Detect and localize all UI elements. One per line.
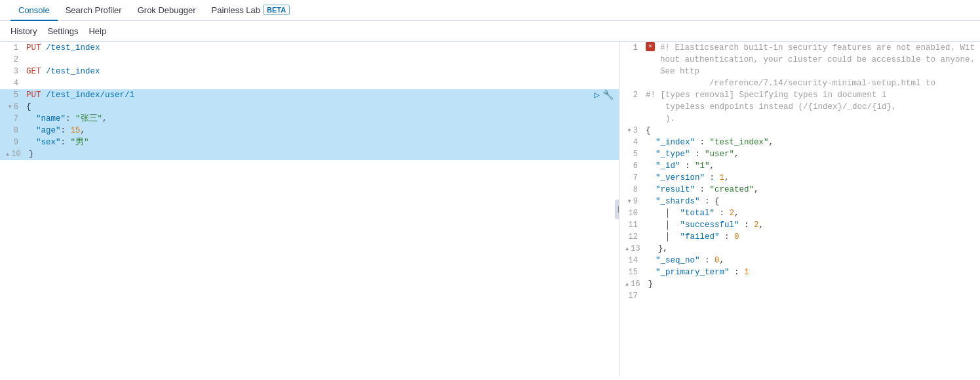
top-nav: Console Search Profiler Grok Debugger Pa…	[0, 0, 980, 21]
editor-line-5: 5 PUT /test_index/user/1 ▷ 🔧	[0, 89, 619, 101]
run-icon[interactable]: ▷	[595, 89, 600, 101]
editor-line-9: 9 "sex": "男"	[0, 137, 619, 148]
help-button[interactable]: Help	[88, 26, 106, 36]
tab-search-profiler[interactable]: Search Profiler	[58, 0, 130, 21]
output-line-7: 7 "_version" : 1,	[619, 172, 980, 184]
editor-line-6: ▾6 {	[0, 101, 619, 113]
output-line-16: ▴16 }	[619, 278, 980, 290]
tab-grok-debugger[interactable]: Grok Debugger	[130, 0, 204, 21]
tab-console[interactable]: Console	[10, 0, 58, 21]
editor-line-3: 3 GET /test_index	[0, 66, 619, 77]
output-line-11: 11 │ "successful" : 2,	[619, 219, 980, 231]
main-area: 1 PUT /test_index 2 3 GET /test_index 4 …	[0, 42, 980, 376]
output-line-17: 17	[619, 290, 980, 302]
warning-icon: ✕	[646, 42, 655, 51]
editor-content[interactable]: 1 PUT /test_index 2 3 GET /test_index 4 …	[0, 42, 619, 376]
output-line-4: 4 "_index" : "test_index",	[619, 137, 980, 148]
tab-painless-lab[interactable]: Painless Lab BETA	[204, 0, 298, 21]
editor-line-1: 1 PUT /test_index	[0, 42, 619, 54]
output-line-3: ▾3 {	[619, 125, 980, 137]
output-line-2: 2 #! [types removal] Specifying types in…	[619, 89, 980, 125]
panel-divider[interactable]: ‖	[615, 200, 619, 219]
editor-panel: 1 PUT /test_index 2 3 GET /test_index 4 …	[0, 42, 619, 376]
output-line-15: 15 "_primary_term" : 1	[619, 266, 980, 278]
output-line-8: 8 "result" : "created",	[619, 184, 980, 196]
settings-button[interactable]: Settings	[47, 26, 78, 36]
editor-line-4: 4	[0, 77, 619, 89]
output-line-1: 1 ✕ #! Elasticsearch built-in security f…	[619, 42, 980, 89]
line-actions: ▷ 🔧	[595, 89, 619, 101]
wrench-icon[interactable]: 🔧	[602, 89, 614, 101]
output-line-14: 14 "_seq_no" : 0,	[619, 255, 980, 266]
history-button[interactable]: History	[10, 26, 37, 36]
output-line-12: 12 │ "failed" : 0	[619, 231, 980, 243]
output-panel[interactable]: 1 ✕ #! Elasticsearch built-in security f…	[619, 42, 980, 376]
output-line-10: 10 │ "total" : 2,	[619, 207, 980, 219]
output-line-13: ▴13 },	[619, 243, 980, 255]
editor-line-10: ▴10 }	[0, 148, 619, 160]
beta-badge: BETA	[263, 5, 290, 15]
secondary-nav: History Settings Help	[0, 21, 980, 42]
output-line-9: ▾9 "_shards" : {	[619, 196, 980, 207]
editor-line-8: 8 "age": 15,	[0, 125, 619, 137]
output-line-5: 5 "_type" : "user",	[619, 148, 980, 160]
editor-line-2: 2	[0, 54, 619, 66]
editor-line-7: 7 "name": "张三",	[0, 113, 619, 125]
output-line-6: 6 "_id" : "1",	[619, 160, 980, 172]
